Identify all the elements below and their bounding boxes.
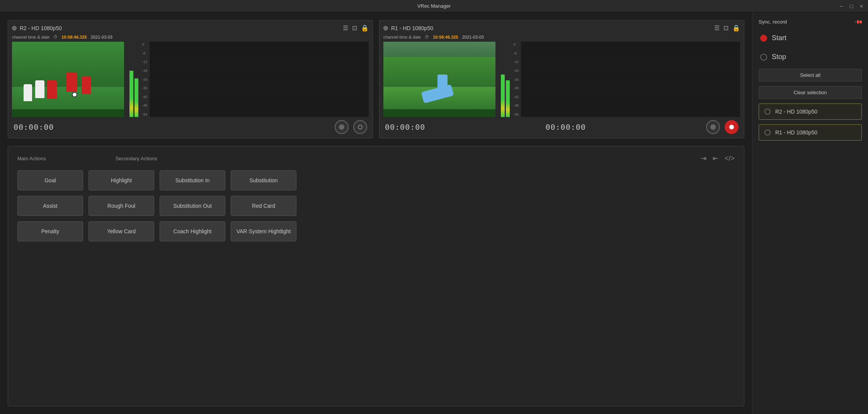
panel-header-icons-r2: ☰ ⊡ 🔒: [343, 24, 369, 32]
actions-labels: Main Actions Secondary Actions: [17, 156, 157, 161]
substitution-in-button[interactable]: Substitution In: [160, 170, 225, 190]
channel-label-r2: channel time & date: [12, 35, 49, 39]
stop-indicator: [760, 54, 767, 61]
timecode-r2: 00:00:00: [14, 122, 54, 132]
channel-label-select-r1: R1 - HD 1080p50: [775, 129, 817, 136]
record-active-btn-r1[interactable]: [725, 120, 739, 134]
soccer-scene-2: [383, 42, 495, 117]
maximize-button[interactable]: □: [848, 3, 855, 10]
timecode-r1-left: 00:00:00: [385, 122, 425, 132]
window-controls: − □ ×: [838, 3, 865, 10]
channel-select-r1[interactable]: R1 - HD 1080p50: [759, 124, 862, 141]
monitor-icon-r1[interactable]: ⊡: [723, 24, 728, 32]
import-icon[interactable]: ⇥: [701, 154, 706, 163]
start-label: Start: [772, 34, 786, 42]
coach-highlight-button[interactable]: Coach Highlight: [160, 221, 225, 241]
panel-header-left-r1: R1 - HD 1080p50: [383, 25, 433, 31]
soccer-scene-1: [12, 42, 124, 117]
video-content-r1: 0 -6 -12 -18 -24 -36 -42 -48 -54: [383, 42, 740, 117]
export-icon[interactable]: ⇤: [713, 154, 718, 163]
panel-header-left-r2: R2 - HD 1080p50: [12, 25, 62, 31]
waveform-area-r1: [521, 42, 740, 117]
stop-btn-r2[interactable]: [353, 120, 367, 134]
highlight-button[interactable]: Highlight: [89, 170, 154, 190]
stop-label: Stop: [772, 53, 786, 61]
menu-icon-r1[interactable]: ☰: [714, 24, 720, 32]
video-panel-r2: R2 - HD 1080p50 ☰ ⊡ 🔒 channel time & dat…: [8, 20, 373, 138]
channel-time-r1: 10:58:46.325: [433, 35, 458, 39]
main-actions-label: Main Actions: [17, 156, 46, 161]
video-thumb-r2: [12, 42, 124, 117]
content-area: R2 - HD 1080p50 ☰ ⊡ 🔒 channel time & dat…: [0, 12, 752, 414]
actions-panel: Main Actions Secondary Actions ⇥ ⇤ </> G…: [8, 146, 744, 406]
clock-icon-r1: ⏱: [425, 35, 429, 39]
close-button[interactable]: ×: [858, 3, 865, 10]
clear-selection-button[interactable]: Clear selection: [759, 86, 862, 99]
channel-select-r2[interactable]: R2 - HD 1080p50: [759, 104, 862, 120]
sidebar: Sync. record 📌 Start Stop Select all Cle…: [752, 12, 868, 414]
channel-label-select-r2: R2 - HD 1080p50: [775, 109, 817, 115]
video-thumb-r1: [383, 42, 495, 117]
waveform-area-r2: [150, 42, 369, 117]
start-indicator: [760, 35, 767, 42]
channel-time-r2: 10:58:46.325: [61, 35, 87, 39]
meter-scale-r1: 0 -6 -12 -18 -24 -36 -42 -48 -54: [514, 42, 519, 117]
menu-icon-r2[interactable]: ☰: [343, 24, 348, 32]
channel-dot-r2: [764, 109, 771, 115]
stop-button[interactable]: Stop: [759, 50, 862, 64]
red-card-button[interactable]: Red Card: [231, 196, 296, 216]
timecode-r1-right: 00:00:00: [546, 122, 586, 132]
substitution-out-button[interactable]: Substitution Out: [160, 196, 225, 216]
main-layout: R2 - HD 1080p50 ☰ ⊡ 🔒 channel time & dat…: [0, 12, 868, 414]
audio-meter-r1: [499, 42, 511, 117]
app-title: VRec Manager: [417, 3, 451, 9]
actions-header: Main Actions Secondary Actions ⇥ ⇤ </>: [17, 154, 735, 163]
goal-button[interactable]: Goal: [17, 170, 83, 190]
clock-icon-r2: ⏱: [53, 35, 58, 39]
sync-title: Sync. record 📌: [759, 19, 862, 25]
video-content-r2: 0 -6 -12 -18 -24 -36 -42 -48 -54: [12, 42, 369, 117]
video-panel-r1: R1 - HD 1080p50 ☰ ⊡ 🔒 channel time & dat…: [379, 20, 744, 138]
panel-indicator-r2: [12, 26, 17, 31]
secondary-actions-label: Secondary Actions: [116, 156, 157, 161]
start-button[interactable]: Start: [759, 31, 862, 45]
minimize-button[interactable]: −: [838, 3, 845, 10]
channel-date-r2: 2021-03-03: [91, 35, 112, 39]
record-standby-btn-r2[interactable]: [335, 120, 349, 134]
panel-header-icons-r1: ☰ ⊡ 🔒: [714, 24, 740, 32]
channel-info-r1: channel time & date ⏱ 10:58:46.325 2021-…: [383, 35, 740, 39]
transport-controls-r1: [706, 120, 739, 134]
assist-button[interactable]: Assist: [17, 196, 83, 216]
panel-header-r2: R2 - HD 1080p50 ☰ ⊡ 🔒: [12, 24, 369, 32]
audio-meter-r2: [128, 42, 140, 117]
lock-icon-r1[interactable]: 🔒: [732, 24, 740, 32]
channel-info-r2: channel time & date ⏱ 10:58:46.325 2021-…: [12, 35, 369, 39]
var-system-button[interactable]: VAR System Hightlight: [231, 221, 296, 241]
audio-area-r2: 0 -6 -12 -18 -24 -36 -42 -48 -54: [128, 42, 369, 117]
channel-date-r1: 2021-03-03: [462, 35, 484, 39]
actions-grid: Goal Highlight Substitution In Substitut…: [17, 170, 735, 241]
pin-icon[interactable]: 📌: [854, 17, 863, 26]
panel-indicator-r1: [383, 26, 388, 31]
lock-icon-r2[interactable]: 🔒: [361, 24, 369, 32]
timecode-row-r1: 00:00:00 00:00:00: [383, 120, 740, 134]
channel-label-r1: channel time & date: [383, 35, 421, 39]
substitution-button[interactable]: Substitution: [231, 170, 296, 190]
code-icon[interactable]: </>: [725, 154, 735, 163]
video-row: R2 - HD 1080p50 ☰ ⊡ 🔒 channel time & dat…: [8, 20, 744, 138]
timecode-row-r2: 00:00:00: [12, 120, 369, 134]
monitor-icon-r2[interactable]: ⊡: [352, 24, 357, 32]
penalty-button[interactable]: Penalty: [17, 221, 83, 241]
select-all-button[interactable]: Select all: [759, 69, 862, 81]
channel-dot-r1: [764, 129, 771, 136]
title-bar: VRec Manager − □ ×: [0, 0, 868, 12]
panel-header-r1: R1 - HD 1080p50 ☰ ⊡ 🔒: [383, 24, 740, 32]
record-standby-btn-r1[interactable]: [706, 120, 720, 134]
transport-controls-r2: [335, 120, 367, 134]
yellow-card-button[interactable]: Yellow Card: [89, 221, 154, 241]
actions-icons: ⇥ ⇤ </>: [701, 154, 735, 163]
panel-title-r2: R2 - HD 1080p50: [20, 25, 62, 31]
panel-title-r1: R1 - HD 1080p50: [391, 25, 433, 31]
rough-foul-button[interactable]: Rough Foul: [89, 196, 154, 216]
audio-area-r1: 0 -6 -12 -18 -24 -36 -42 -48 -54: [499, 42, 740, 117]
